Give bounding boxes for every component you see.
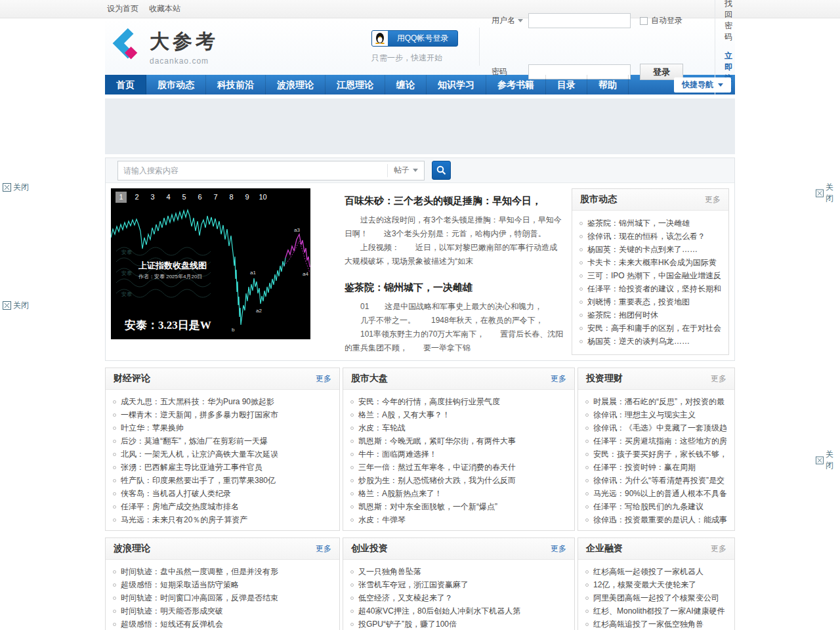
- list-item[interactable]: 红杉、Monolith都投了一家AI健康硬件: [585, 604, 727, 618]
- list-item[interactable]: 时晨晨：潘石屹的“反思”，对投资的最: [585, 395, 727, 408]
- list-item[interactable]: 12亿，核聚变最大天使轮来了: [585, 578, 727, 591]
- article-link[interactable]: 凯恩斯：对中东全面脱敏，一个新“爆点”: [358, 501, 497, 513]
- article-link[interactable]: 超级感悟：短期采取适当防守策略: [121, 579, 239, 591]
- list-item[interactable]: 水皮：车轮战: [350, 421, 567, 434]
- featured-article-title[interactable]: 鉴茶院：锦州城下，一决雌雄: [345, 282, 472, 293]
- featured-article-title[interactable]: 百味朱砂：三个老头的顿足捶胸：早知今日，: [345, 195, 541, 206]
- list-item[interactable]: 任泽平：投资时钟：赢在周期: [585, 461, 727, 474]
- more-link[interactable]: 更多: [316, 543, 331, 555]
- slider-page-8[interactable]: 8: [226, 192, 237, 203]
- list-item[interactable]: 超40家VC押注，80后创始人冲刺水下机器人第: [350, 604, 567, 618]
- list-item[interactable]: 鉴茶院：锦州城下，一决雌雄: [579, 217, 721, 230]
- list-item[interactable]: 牲产队：印度果然要出手了，重罚苹果380亿: [113, 474, 332, 487]
- article-link[interactable]: 时晨晨：潘石屹的“反思”，对投资的最: [593, 396, 724, 408]
- article-link[interactable]: 任泽平：给投资者的建议，坚持长期和: [587, 284, 721, 295]
- list-item[interactable]: 格兰：A股，又有大事？！: [350, 408, 567, 421]
- list-item[interactable]: 三年一倍：熬过五年寒冬，中证消费的春天什: [350, 461, 567, 474]
- article-link[interactable]: 12亿，核聚变最大天使轮来了: [593, 579, 696, 591]
- list-item[interactable]: 时间轨迹：时间窗口冲高回落，反弹是否结束: [113, 591, 332, 604]
- nav-item-9[interactable]: 帮助: [587, 75, 629, 94]
- article-link[interactable]: 任泽平：投资时钟：赢在周期: [593, 462, 696, 473]
- list-item[interactable]: 红杉高瓴一起领投了一家机器人: [585, 565, 727, 578]
- article-link[interactable]: 水皮：车轮战: [358, 423, 406, 434]
- list-item[interactable]: 徐倬讯：理想主义与现实主义: [585, 408, 727, 421]
- article-link[interactable]: 徐倬讯：为什么“等看清楚再投资”是交: [593, 475, 724, 486]
- nav-item-3[interactable]: 波浪理论: [266, 75, 326, 94]
- more-link[interactable]: 更多: [551, 543, 566, 555]
- slider-page-7[interactable]: 7: [210, 192, 221, 203]
- ad-close-button[interactable]: 关闭: [816, 182, 840, 204]
- ad-close-button[interactable]: 关闭: [816, 449, 840, 471]
- list-item[interactable]: 后沙：莫迪“翻车”，炼油厂在剪彩前一天爆: [113, 434, 332, 448]
- nav-item-2[interactable]: 科技前沿: [206, 75, 266, 94]
- article-link[interactable]: 低空经济，又支棱起来了？: [358, 593, 453, 604]
- article-link[interactable]: 三可：IPO 热潮下，中国金融业增速反: [587, 270, 721, 282]
- article-link[interactable]: 成天九思：五大黑科技：华为Pura 90掀起影: [121, 396, 274, 408]
- article-link[interactable]: 三年一倍：熬过五年寒冬，中证消费的春天什: [358, 462, 516, 473]
- list-item[interactable]: 凯恩斯：对中东全面脱敏，一个新“爆点”: [350, 500, 567, 513]
- article-link[interactable]: 任泽平：房地产成交热度城市排名: [121, 501, 239, 513]
- article-link[interactable]: 鉴茶院：抱团何时休: [587, 310, 658, 321]
- slider-page-1[interactable]: 1: [116, 192, 127, 203]
- list-item[interactable]: 任泽平：写给股民们的九条建议: [585, 500, 727, 513]
- article-link[interactable]: 任泽平：写给股民们的九条建议: [593, 501, 704, 513]
- list-item[interactable]: 格兰：A股新热点来了！: [350, 487, 567, 500]
- slider-page-10[interactable]: 10: [257, 192, 268, 203]
- list-item[interactable]: 又一只独角兽坠落: [350, 565, 567, 578]
- article-link[interactable]: 红杉、Monolith都投了一家AI健康硬件: [593, 606, 725, 617]
- article-link[interactable]: 一棵青木：逆天新闻，拼多多暴力殴打国家市: [121, 410, 278, 421]
- list-item[interactable]: 鉴茶院：抱团何时休: [579, 308, 721, 322]
- list-item[interactable]: 杨国英：关键的卡点到来了……: [579, 243, 721, 256]
- search-type-dropdown[interactable]: 帖子: [387, 164, 424, 177]
- more-link[interactable]: 更多: [551, 373, 566, 385]
- nav-item-4[interactable]: 江恩理论: [326, 75, 385, 94]
- slider-page-4[interactable]: 4: [163, 192, 174, 203]
- article-link[interactable]: 任泽平：买房避坑指南：这些地方的房: [593, 436, 727, 447]
- list-item[interactable]: 张雪机车夺冠，浙江国资赢麻了: [350, 578, 567, 591]
- article-link[interactable]: 红杉高瓴一起领投了一家机器人: [593, 566, 704, 578]
- list-item[interactable]: 水皮：牛弹琴: [350, 513, 567, 526]
- slider-page-5[interactable]: 5: [178, 192, 190, 203]
- article-link[interactable]: 时间轨迹：盘中虽然一度调整，但是并没有形: [121, 566, 278, 578]
- slider-page-3[interactable]: 3: [147, 192, 158, 203]
- list-item[interactable]: 侠客岛：当机器人打破人类纪录: [113, 487, 332, 500]
- article-link[interactable]: 投GPU“铲子”股，赚了100倍: [358, 619, 457, 630]
- find-password-link[interactable]: 找回密码: [724, 0, 735, 43]
- list-item[interactable]: 凯恩斯：今晚无眠，紧盯华尔街，有两件大事: [350, 434, 567, 448]
- article-link[interactable]: 时间轨迹：明天能否形成突破: [121, 606, 223, 617]
- list-item[interactable]: 杨国英：逆天的谈判乌龙……: [579, 335, 721, 348]
- article-link[interactable]: 徐倬迅：投资最重要的是识人：能成事: [593, 514, 727, 526]
- more-link[interactable]: 更多: [316, 373, 331, 385]
- article-link[interactable]: 安民：孩子要买好房子，家长钱不够，: [593, 449, 727, 460]
- article-link[interactable]: 叶立华：苹果换帅: [121, 423, 184, 434]
- article-link[interactable]: 安民：今年的行情，高度挂钩行业景气度: [358, 396, 500, 408]
- list-item[interactable]: 超级感悟：短期采取适当防守策略: [113, 578, 332, 591]
- nav-item-1[interactable]: 股市动态: [146, 75, 206, 94]
- article-link[interactable]: 阿里美团高瓴一起投了个核聚变公司: [593, 593, 719, 604]
- list-item[interactable]: 张湧：巴西解雇主导比亚迪劳工事件官员: [113, 461, 332, 474]
- more-link[interactable]: 更多: [705, 194, 721, 205]
- article-link[interactable]: 水皮：牛弹琴: [358, 514, 406, 526]
- auto-login-checkbox[interactable]: [640, 17, 648, 25]
- qq-login-button[interactable]: 用QQ帐号登录: [371, 30, 458, 47]
- list-item[interactable]: 超级感悟：短线还有反弹机会: [113, 618, 332, 630]
- username-dropdown-icon[interactable]: [518, 19, 523, 22]
- list-item[interactable]: 成天九思：五大黑科技：华为Pura 90掀起影: [113, 395, 332, 408]
- article-link[interactable]: 刘晓博：重要表态，投资地图: [587, 297, 690, 308]
- article-link[interactable]: 安民：高手和庸手的区别，在于对社会: [587, 323, 721, 334]
- article-link[interactable]: 徐倬讯：现在的恒科，该怎么看？: [587, 231, 705, 242]
- more-link[interactable]: 更多: [711, 373, 726, 385]
- article-link[interactable]: 徐倬讯：《毛选》中竟藏了一套顶级趋: [593, 423, 727, 434]
- article-link[interactable]: 格兰：A股，又有大事？！: [358, 410, 450, 421]
- article-link[interactable]: 侠客岛：当机器人打破人类纪录: [121, 488, 231, 499]
- article-link[interactable]: 卡夫卡：未来大概率HK会成为国际黄: [587, 257, 717, 268]
- slider-page-6[interactable]: 6: [194, 192, 205, 203]
- bookmark-site-link[interactable]: 收藏本站: [149, 3, 180, 14]
- article-link[interactable]: 凯恩斯：今晚无眠，紧盯华尔街，有两件大事: [358, 436, 516, 447]
- list-item[interactable]: 投GPU“铲子”股，赚了100倍: [350, 618, 567, 630]
- article-link[interactable]: 马光远：90%以上的普通人根本不具备: [593, 488, 727, 499]
- list-item[interactable]: 安民：孩子要买好房子，家长钱不够，: [585, 448, 727, 461]
- list-item[interactable]: 安民：今年的行情，高度挂钩行业景气度: [350, 395, 567, 408]
- list-item[interactable]: 任泽平：给投资者的建议，坚持长期和: [579, 282, 721, 295]
- list-item[interactable]: 炒股为生：别人恐慌猪价大跌，我为什么反而: [350, 474, 567, 487]
